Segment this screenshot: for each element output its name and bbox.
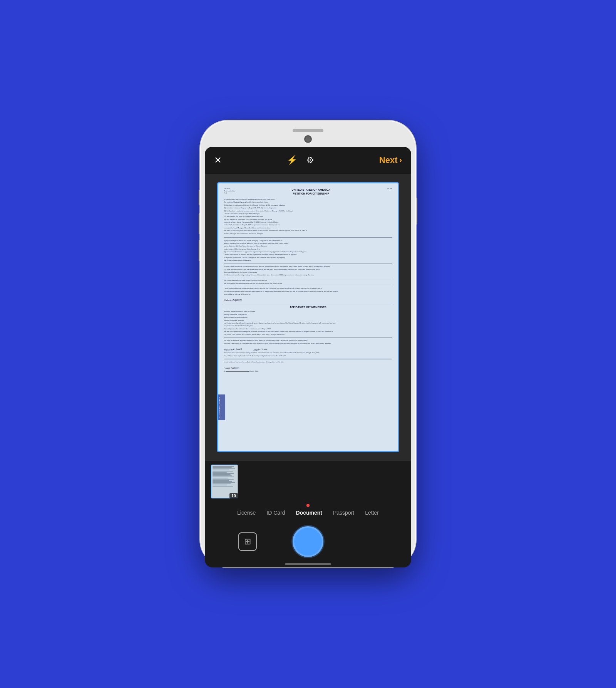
witness1-line: William E. Smith occupation Judge of Pro… (224, 310, 392, 313)
section-divider-3 (224, 278, 392, 279)
doc-text-line-2: The petition of Halmar Zigmond humbly th… (224, 201, 392, 203)
type-selector-bar: License ID Card Document Passport Letter (205, 503, 411, 522)
screen: ✕ ⚡ ⚙ Next › ORIGINAL(To be retained byc… (205, 147, 411, 567)
doc-text-line-3: (1) My place of residence is 35 Union St… (224, 204, 392, 206)
affidavit-text-1: each being severally, duly, and respecti… (224, 322, 392, 324)
doc-sig-intro-3: is signed by me with my full, true name. (224, 293, 392, 295)
sworn-date: this 1st day of February Anno Domini 19 … (224, 355, 392, 357)
doc-text-line-10: at New York, New York on May 26, 1899 fo… (224, 224, 392, 226)
doc-text-line-12: and place of birth, and place of residen… (224, 230, 392, 232)
power-button (416, 198, 417, 225)
petitioner-signature: Halmar Zigmond (224, 298, 243, 302)
doc-s2-line-9: of whom (write) at this time I am a citi… (224, 265, 392, 268)
flash-icon[interactable]: ⚡ (287, 155, 297, 165)
gallery-button[interactable]: ⊞ (238, 532, 257, 551)
doc-sig-intro: I, your aforesaid petitioner being duly … (224, 287, 392, 290)
clerk-signature-line: Oeorge Andeson (224, 364, 392, 369)
petitioner-signature-line: Halmar Zigmond (224, 297, 392, 302)
document-type-list: License ID Card Document Passport Letter (237, 510, 379, 516)
next-label: Next (379, 155, 398, 165)
action-bar: ⊞ (205, 522, 411, 561)
doc-text-line-9: born at Ung Hegre Vajnal, Hungary on May… (224, 221, 392, 223)
phone-frame: ✕ ⚡ ⚙ Next › ORIGINAL(To be retained byc… (200, 121, 416, 567)
doc-s2-line-8: The Present Government of Hungary (224, 259, 392, 262)
affidavit-text-2: acquainted with the United States for ye… (224, 325, 392, 327)
thumbnail-area: 10 (205, 461, 411, 503)
doc-text-line-5: (4) I declared my intention to become a … (224, 210, 392, 212)
mute-button (199, 190, 200, 205)
affidavit-section: AFFIDAVITS OF WITNESSES William E. Smith… (224, 304, 392, 373)
affidavit-petitioner: Halmar Zigmond (the petitioner above men… (224, 328, 392, 330)
type-letter[interactable]: Letter (365, 510, 379, 516)
affidavit-text-6: petitioner is and during all such period… (224, 342, 392, 345)
doc-s2-line-2: America from Bremen, Germany. My lawful … (224, 242, 392, 245)
witness2-line: Angelo Cinetto occupation Laborer (224, 316, 392, 319)
volume-down-button (199, 240, 200, 261)
doc-text-line-13: Mohawk, Michigan and now resides at Calu… (224, 233, 392, 235)
next-chevron-icon: › (399, 155, 402, 165)
document-frame: ORIGINAL(To be retained byclerk) UNITED … (217, 182, 399, 452)
witness-signature-line: Waldman R. Suttell Angelo Cinette (224, 346, 392, 351)
thumbnail-container[interactable]: 10 (211, 465, 239, 499)
doc-text-line-8: she was married on September 1903 in Moh… (224, 218, 392, 221)
type-id-card[interactable]: ID Card (266, 510, 285, 516)
doc-text-line-1: To the Honorable the Circuit Court of Ke… (224, 198, 392, 201)
section-divider-2 (224, 263, 392, 264)
close-button[interactable]: ✕ (214, 155, 222, 166)
capture-button[interactable] (293, 526, 323, 557)
witness1-residence: residing at Mohawk, Michigan and (224, 314, 392, 316)
affidavit-text-4: part, to wit, since the date last contin… (224, 334, 392, 336)
action-bar-spacer (359, 532, 378, 551)
clerk-text: of said petitioner, has been by me filed… (224, 361, 392, 363)
thumbnail-count-badge: 10 (229, 493, 238, 498)
center-controls: ⚡ ⚙ (287, 155, 314, 165)
doc-s2-line-3: was at Baltimore, Maryland under the nam… (224, 245, 392, 247)
volume-up-button (199, 213, 200, 234)
section-divider-6 (224, 359, 392, 359)
affidavit-text-3: and that to the personal knowledge the p… (224, 331, 392, 333)
doc-text-line-6: Court of Keweenaw County in Eagle River,… (224, 213, 392, 215)
type-document[interactable]: Document (296, 510, 322, 516)
doc-original-label: ORIGINAL(To be retained byclerk) (224, 188, 234, 194)
gallery-icon: ⊞ (244, 537, 251, 547)
doc-s2-line-14: and such petition was denied by that Cou… (224, 282, 392, 285)
doc-text-line-7: (5) I am married. The name of my wife or… (224, 215, 392, 218)
section-divider-4 (224, 286, 392, 287)
record-indicator (306, 504, 310, 507)
doc-s2-line-13: (10) I have not heretofore made petition… (224, 279, 392, 282)
type-license[interactable]: License (237, 510, 256, 516)
section-divider-1 (224, 237, 392, 238)
doc-s2-line-5: (7) I am not a disbeliever in or opposed… (224, 251, 392, 253)
witness2-residence: residing at Mohawk, Michigan (224, 319, 392, 322)
doc-text-line-4: (3) I was born in Josefa, Hungary on Aug… (224, 207, 392, 209)
doc-title: UNITED STATES OF AMERICA PETITION FOR CI… (234, 188, 387, 196)
affidavit-title: AFFIDAVITS OF WITNESSES (224, 305, 392, 309)
section-divider-5 (224, 337, 392, 338)
type-passport[interactable]: Passport (333, 510, 354, 516)
doc-s2-line-6: I am not a member of or affiliated with … (224, 253, 392, 256)
next-button[interactable]: Next › (379, 155, 402, 165)
home-indicator (285, 563, 331, 565)
clerk-signature: Oeorge Andeson (224, 366, 239, 369)
doc-text-line-11: resides at Mohawk, Michigan. I have 1 ch… (224, 227, 392, 229)
doc-s2-line-12: this State, continuously next preceding … (224, 274, 392, 276)
document-content: ORIGINAL(To be retained byclerk) UNITED … (218, 183, 398, 451)
doc-s2-line-7: to organized government. I am not a poly… (224, 257, 392, 259)
doc-s2-line-11: November 1899 and in the County of Kewee… (224, 271, 392, 274)
doc-number: No. 696 (388, 188, 392, 190)
settings-icon[interactable]: ⚙ (306, 155, 314, 165)
doc-sig-intro-2: my own knowledge except as to matters he… (224, 290, 392, 293)
doc-s2-line-1: (6) My last foreign residence was Josefa… (224, 240, 392, 242)
top-bar: ✕ ⚡ ⚙ Next › (205, 147, 411, 174)
witness2-signature: Angelo Cinette (253, 348, 268, 351)
department-stamp: U.S. DEPARTMENT OF LABOR (218, 394, 225, 420)
speaker-grille (293, 129, 323, 132)
document-area: ORIGINAL(To be retained byclerk) UNITED … (205, 174, 411, 461)
doc-header: ORIGINAL(To be retained byclerk) UNITED … (224, 188, 392, 197)
doc-s2-line-4: on November 1899 on the vessel North Ger… (224, 248, 392, 250)
by-text: By Deputy Clerk (224, 370, 392, 373)
sworn-text: Subscribed and sworn to before me by the… (224, 352, 392, 354)
front-camera (304, 135, 312, 143)
affidavit-text-5: The State, in which the aforesaid petiti… (224, 339, 392, 342)
witness-signature: Waldman R. Suttell (224, 348, 242, 351)
